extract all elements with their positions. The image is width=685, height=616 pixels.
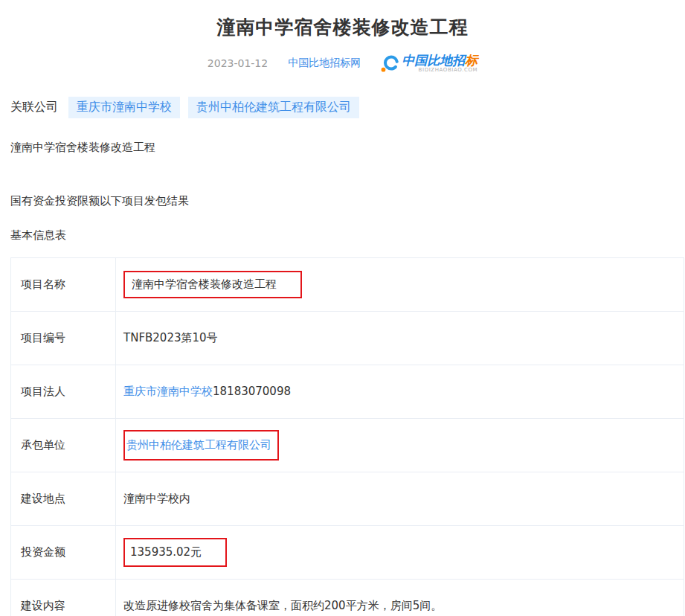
table-row-project-name: 项目名称 潼南中学宿舍楼装修改造工程 [11,258,684,312]
row-label: 投资金额 [11,526,116,580]
row-value: 潼南中学宿舍楼装修改造工程 [132,277,277,291]
row-value-cell: 135935.02元 [116,526,684,580]
row-value: 潼南中学校内 [116,472,684,526]
table-row-content: 建设内容 改造原进修校宿舍为集体备课室，面积约200平方米，房间5间。 [11,580,684,616]
highlight-box: 135935.02元 [123,538,227,567]
logo-text-orange: 标 [465,53,477,68]
article-page: 潼南中学宿舍楼装修改造工程 2023-01-12 中国比地招标网 中国比地招标 … [0,0,685,616]
logo-text: 中国比地招标 BIDIZHAOBIAO.COM [402,54,477,73]
row-label: 承包单位 [11,419,116,472]
table-caption: 基本信息表 [10,228,685,243]
table-row-project-number: 项目编号 TNFB2023第10号 [11,312,684,365]
page-title: 潼南中学宿舍楼装修改造工程 [0,0,685,39]
row-label: 项目法人 [11,365,116,419]
row-value-cell: 重庆市潼南中学校18183070098 [116,365,684,419]
legal-person-phone: 18183070098 [213,385,291,398]
table-row-investment: 投资金额 135935.02元 [11,526,684,580]
table-row-location: 建设地点 潼南中学校内 [11,472,684,526]
logo-text-blue: 中国比地招 [402,53,465,68]
row-value-cell: 潼南中学宿舍楼装修改造工程 [116,258,684,312]
row-label: 项目编号 [11,312,116,365]
table-row-legal-person: 项目法人 重庆市潼南中学校18183070098 [11,365,684,419]
row-label: 项目名称 [11,258,116,312]
bidi-logo-icon [381,54,399,73]
row-label: 建设地点 [11,472,116,526]
related-companies-row: 关联公司 重庆市潼南中学校 贵州中柏伦建筑工程有限公司 [10,97,685,118]
highlight-box: 贵州中柏伦建筑工程有限公司 [123,430,279,461]
row-value: 135935.02元 [130,545,202,559]
table-row-contractor: 承包单位 贵州中柏伦建筑工程有限公司 [11,419,684,472]
highlight-box: 潼南中学宿舍楼装修改造工程 [123,271,302,298]
source-link[interactable]: 中国比地招标网 [288,57,361,70]
logo-subtext: BIDIZHAOBIAO.COM [402,68,477,73]
publish-date: 2023-01-12 [208,57,268,69]
site-logo[interactable]: 中国比地招标 BIDIZHAOBIAO.COM [381,54,477,73]
company-tag-tongnan[interactable]: 重庆市潼南中学校 [68,97,180,118]
row-label: 建设内容 [11,580,116,616]
row-value: 改造原进修校宿舍为集体备课室，面积约200平方米，房间5间。 [116,580,684,616]
contractor-link[interactable]: 贵州中柏伦建筑工程有限公司 [126,438,271,452]
project-title-text: 潼南中学宿舍楼装修改造工程 [10,141,685,155]
article-meta: 2023-01-12 中国比地招标网 中国比地招标 BIDIZHAOBIAO.C… [0,52,685,74]
legal-person-link[interactable]: 重庆市潼南中学校 [123,385,213,398]
result-note-text: 国有资金投资限额以下项目发包结果 [10,194,685,208]
basic-info-table: 项目名称 潼南中学宿舍楼装修改造工程 项目编号 TNFB2023第10号 项目法… [10,257,684,616]
related-companies-label: 关联公司 [10,100,58,115]
row-value: TNFB2023第10号 [116,312,684,365]
row-value-cell: 贵州中柏伦建筑工程有限公司 [116,419,684,472]
company-tag-guizhou[interactable]: 贵州中柏伦建筑工程有限公司 [188,97,359,118]
